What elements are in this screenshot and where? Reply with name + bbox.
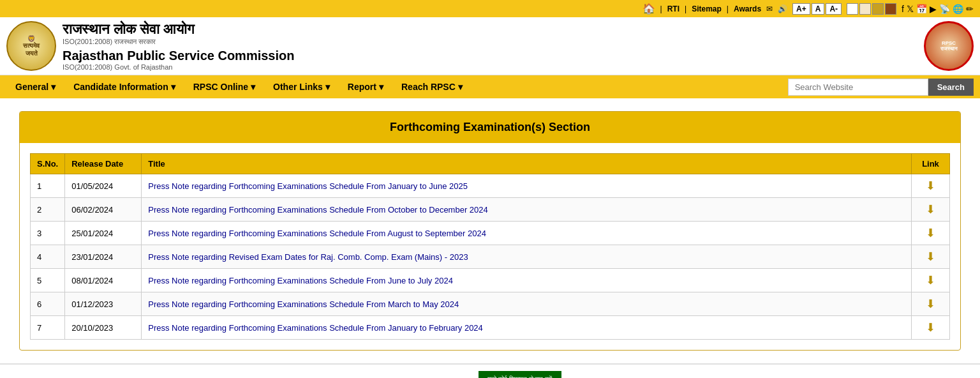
cell-date: 25/01/2024	[65, 222, 142, 245]
cell-sno: 7	[31, 316, 65, 340]
color-cream[interactable]	[859, 3, 871, 15]
cell-title[interactable]: Press Note regarding Forthcoming Examina…	[142, 269, 912, 292]
calendar-icon[interactable]: 📅	[916, 4, 927, 14]
nav-other-links[interactable]: Other Links ▾	[264, 75, 339, 98]
header: 🦁सत्यमेवजयते राजस्थान लोक सेवा आयोग ISO(…	[0, 17, 980, 75]
cell-title[interactable]: Press Note regarding Forthcoming Examina…	[142, 174, 912, 198]
download-icon[interactable]: ⬇	[926, 250, 935, 264]
cell-date: 23/01/2024	[65, 245, 142, 269]
cell-link[interactable]: ⬇	[912, 174, 950, 198]
nav-reach-rpsc[interactable]: Reach RPSC ▾	[392, 75, 471, 98]
sitemap-link[interactable]: Sitemap	[692, 4, 722, 13]
table-row: 7 20/10/2023 Press Note regarding Forthc…	[31, 316, 950, 340]
table-row: 4 23/01/2024 Press Note regarding Revise…	[31, 245, 950, 269]
dropdown-arrow: ▾	[325, 82, 330, 92]
color-brown[interactable]	[885, 3, 896, 15]
top-sep3: |	[727, 4, 729, 13]
table-container: S.No. Release Date Title Link 1 01/05/20…	[20, 143, 960, 350]
col-header-sno: S.No.	[31, 154, 65, 174]
font-increase[interactable]: A+	[792, 3, 810, 15]
nav-general[interactable]: General ▾	[6, 75, 64, 98]
home-icon[interactable]: 🏠	[642, 3, 655, 15]
font-normal[interactable]: A	[812, 3, 825, 15]
table-row: 3 25/01/2024 Press Note regarding Forthc…	[31, 222, 950, 245]
nav-search: Search	[788, 79, 974, 96]
cell-title[interactable]: Press Note regarding Forthcoming Examina…	[142, 222, 912, 245]
nav-bar: General ▾ Candidate Information ▾ RPSC O…	[0, 75, 980, 98]
dropdown-arrow: ▾	[251, 82, 255, 92]
rss-icon[interactable]: 📡	[939, 4, 950, 14]
cell-date: 08/01/2024	[65, 269, 142, 292]
font-decrease[interactable]: A-	[826, 3, 842, 15]
nav-report[interactable]: Report ▾	[339, 75, 392, 98]
dropdown-arrow: ▾	[51, 82, 56, 92]
cell-sno: 6	[31, 292, 65, 316]
youtube-icon[interactable]: ▶	[930, 4, 937, 14]
col-header-title: Title	[142, 154, 912, 174]
org-text: राजस्थान लोक सेवा आयोग ISO(2001:2008) रा…	[63, 21, 294, 71]
cell-sno: 1	[31, 174, 65, 198]
logo-left: 🦁सत्यमेवजयते राजस्थान लोक सेवा आयोग ISO(…	[6, 21, 294, 71]
section-title: Forthcoming Examination(s) Section	[20, 112, 960, 143]
cell-sno: 3	[31, 222, 65, 245]
color-boxes	[847, 3, 896, 15]
download-icon[interactable]: ⬇	[926, 202, 935, 216]
awards-link[interactable]: Awards	[734, 4, 761, 13]
cell-sno: 2	[31, 198, 65, 222]
cell-link[interactable]: ⬇	[912, 316, 950, 340]
cell-date: 01/05/2024	[65, 174, 142, 198]
top-bar: 🏠 | RTI | Sitemap | Awards ✉ 🔊 A+ A A- f…	[0, 0, 980, 17]
font-controls: A+ A A-	[792, 3, 842, 15]
cell-date: 20/10/2023	[65, 316, 142, 340]
org-english-title: Rajasthan Public Service Commission	[63, 49, 294, 63]
social-icons: f 𝕏 📅 ▶ 📡 🌐 ✏	[902, 4, 974, 14]
dropdown-arrow: ▾	[379, 82, 383, 92]
top-sep2: |	[685, 4, 687, 13]
left-emblem: 🦁सत्यमेवजयते	[6, 21, 56, 71]
examinations-table: S.No. Release Date Title Link 1 01/05/20…	[30, 153, 950, 340]
nav-rpsc-online[interactable]: RPSC Online ▾	[184, 75, 264, 98]
cell-link[interactable]: ⬇	[912, 222, 950, 245]
cell-link[interactable]: ⬇	[912, 269, 950, 292]
download-icon[interactable]: ⬇	[926, 297, 935, 311]
cell-date: 01/12/2023	[65, 292, 142, 316]
globe-icon[interactable]: 🌐	[953, 4, 963, 14]
cell-link[interactable]: ⬇	[912, 292, 950, 316]
table-row: 1 01/05/2024 Press Note regarding Forthc…	[31, 174, 950, 198]
cell-sno: 5	[31, 269, 65, 292]
nav-candidate-info[interactable]: Candidate Information ▾	[64, 75, 184, 98]
org-iso-hindi: ISO(2001:2008) राजस्थान सरकार	[63, 38, 294, 46]
color-white[interactable]	[847, 3, 858, 15]
cell-link[interactable]: ⬇	[912, 245, 950, 269]
facebook-icon[interactable]: f	[902, 4, 904, 14]
download-icon[interactable]: ⬇	[926, 226, 935, 240]
cell-link[interactable]: ⬇	[912, 198, 950, 222]
download-icon[interactable]: ⬇	[926, 273, 935, 287]
org-iso-english: ISO(2001:2008) Govt. of Rajasthan	[63, 63, 294, 71]
col-header-date: Release Date	[65, 154, 142, 174]
cell-title[interactable]: Press Note regarding Forthcoming Examina…	[142, 198, 912, 222]
right-emblem: RPSCराजस्थान	[924, 21, 974, 71]
sound-icon[interactable]: 🔊	[778, 4, 787, 13]
cell-title[interactable]: Press Note regarding Revised Exam Dates …	[142, 245, 912, 269]
twitter-icon[interactable]: 𝕏	[907, 4, 914, 14]
toll-label: गलो कोई शिकाइत हो बात करें	[486, 375, 554, 378]
table-row: 2 06/02/2024 Press Note regarding Forthc…	[31, 198, 950, 222]
search-input[interactable]	[788, 79, 928, 96]
cell-title[interactable]: Press Note regarding Forthcoming Examina…	[142, 316, 912, 340]
cell-title[interactable]: Press Note regarding Forthcoming Examina…	[142, 292, 912, 316]
logo-right: RPSCराजस्थान	[924, 21, 974, 71]
email-icon[interactable]: ✉	[766, 4, 773, 13]
section-box: Forthcoming Examination(s) Section S.No.…	[19, 111, 961, 351]
main-content: Forthcoming Examination(s) Section S.No.…	[0, 98, 980, 363]
download-icon[interactable]: ⬇	[926, 179, 935, 193]
edit-icon[interactable]: ✏	[966, 4, 974, 14]
footer-toll-free[interactable]: गलो कोई शिकाइत हो बात करें 1064 08411502…	[479, 371, 561, 378]
cell-date: 06/02/2024	[65, 198, 142, 222]
search-button[interactable]: Search	[928, 79, 974, 96]
rti-link[interactable]: RTI	[667, 4, 679, 13]
table-row: 6 01/12/2023 Press Note regarding Forthc…	[31, 292, 950, 316]
download-icon[interactable]: ⬇	[926, 321, 935, 335]
cell-sno: 4	[31, 245, 65, 269]
color-gold[interactable]	[872, 3, 884, 15]
